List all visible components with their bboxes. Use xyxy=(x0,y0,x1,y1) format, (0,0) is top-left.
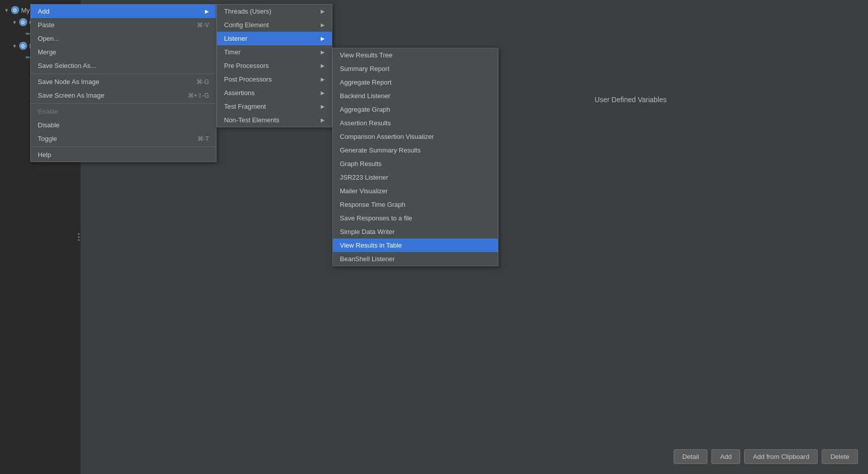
menu-item-help[interactable]: Help xyxy=(31,148,216,162)
menu-merge-label: Merge xyxy=(38,48,56,56)
menu-save-responses-label: Save Responses to a file xyxy=(340,214,412,222)
menu-comparison-assertion-label: Comparison Assertion Visualizer xyxy=(340,133,434,140)
context-menu-level1: Add ▶ Paste ⌘-V Open... Merge Save Selec… xyxy=(30,4,216,162)
menu-beanshell-listener-label: BeanShell Listener xyxy=(340,255,395,263)
menu-item-aggregate-report[interactable]: Aggregate Report xyxy=(333,75,498,89)
menu-mailer-label: Mailer Visualizer xyxy=(340,187,388,195)
menu-item-assertions[interactable]: Assertions ▶ xyxy=(217,86,332,100)
menu-simple-data-writer-label: Simple Data Writer xyxy=(340,228,395,235)
menu-enable-label: Enable xyxy=(38,108,58,115)
menu-jsr223-label: JSR223 Listener xyxy=(340,174,388,181)
menu-item-graph-results[interactable]: Graph Results xyxy=(333,157,498,171)
menu-paste-shortcut: ⌘-V xyxy=(197,22,209,29)
menu-item-save-responses[interactable]: Save Responses to a file xyxy=(333,211,498,225)
menu-item-assertion-results[interactable]: Assertion Results xyxy=(333,116,498,130)
menu-view-results-tree-label: View Results Tree xyxy=(340,51,393,59)
menu-save-screen-label: Save Screen As Image xyxy=(38,92,104,99)
menu-config-label: Config Element xyxy=(224,21,269,29)
menu-item-jsr223[interactable]: JSR223 Listener xyxy=(333,171,498,184)
arrow-right-test-frag: ▶ xyxy=(321,104,325,109)
menu-sep-3 xyxy=(31,146,216,147)
menu-open-label: Open... xyxy=(38,35,59,42)
menu-item-paste[interactable]: Paste ⌘-V xyxy=(31,18,216,32)
menu-save-screen-shortcut: ⌘+⇧-G xyxy=(188,92,209,99)
arrow-right-config: ▶ xyxy=(321,22,325,28)
menu-save-node-shortcut: ⌘-G xyxy=(196,78,209,86)
menu-sep-1 xyxy=(31,73,216,74)
menu-item-comparison-assertion[interactable]: Comparison Assertion Visualizer xyxy=(333,130,498,143)
menu-toggle-shortcut: ⌘-T xyxy=(197,135,209,142)
menu-add-label: Add xyxy=(38,8,49,15)
menu-item-simple-data-writer[interactable]: Simple Data Writer xyxy=(333,225,498,239)
menu-assertion-results-label: Assertion Results xyxy=(340,119,391,127)
context-menu-level2: Threads (Users) ▶ Config Element ▶ Liste… xyxy=(216,4,332,127)
menu-item-config[interactable]: Config Element ▶ xyxy=(217,18,332,32)
menu-item-test-fragment[interactable]: Test Fragment ▶ xyxy=(217,100,332,113)
menu-item-response-time-graph[interactable]: Response Time Graph xyxy=(333,198,498,211)
menu-item-generate-summary[interactable]: Generate Summary Results xyxy=(333,143,498,157)
menu-item-threads[interactable]: Threads (Users) ▶ xyxy=(217,5,332,18)
drag-dot-1 xyxy=(78,233,80,235)
menu-item-mailer[interactable]: Mailer Visualizer xyxy=(333,184,498,198)
menu-item-post-processors[interactable]: Post Processors ▶ xyxy=(217,72,332,86)
menu-paste-label: Paste xyxy=(38,21,54,29)
arrow-icon: ▼ xyxy=(4,8,9,13)
arrow-right-assertions: ▶ xyxy=(321,90,325,96)
gear-icon-post: ⚙ xyxy=(19,42,27,50)
menu-item-save-screen[interactable]: Save Screen As Image ⌘+⇧-G xyxy=(31,89,216,102)
menu-test-frag-label: Test Fragment xyxy=(224,103,266,110)
menu-item-non-test[interactable]: Non-Test Elements ▶ xyxy=(217,113,332,127)
menu-sep-2 xyxy=(31,103,216,104)
menu-response-time-graph-label: Response Time Graph xyxy=(340,201,405,208)
arrow-right-pre-proc: ▶ xyxy=(321,63,325,68)
drag-dot-2 xyxy=(78,236,80,238)
menu-item-summary-report[interactable]: Summary Report xyxy=(333,62,498,75)
menu-item-add[interactable]: Add ▶ xyxy=(31,5,216,18)
menu-non-test-label: Non-Test Elements xyxy=(224,116,279,124)
menu-toggle-label: Toggle xyxy=(38,135,57,142)
menu-item-save-node[interactable]: Save Node As Image ⌘-G xyxy=(31,75,216,89)
menu-item-save-selection[interactable]: Save Selection As... xyxy=(31,59,216,72)
menu-listener-label: Listener xyxy=(224,35,247,42)
menu-timer-label: Timer xyxy=(224,48,241,56)
add-from-clipboard-button[interactable]: Add from Clipboard xyxy=(744,449,818,464)
menu-summary-report-label: Summary Report xyxy=(340,65,389,72)
arrow-icon-post: ▼ xyxy=(12,43,17,49)
gear-icon-get: ⚙ xyxy=(19,18,27,26)
menu-generate-summary-label: Generate Summary Results xyxy=(340,146,420,154)
gear-icon: ⚙ xyxy=(11,6,19,14)
context-menu-level3-listener: View Results Tree Summary Report Aggrega… xyxy=(332,48,498,266)
arrow-right-threads: ▶ xyxy=(321,9,325,14)
arrow-icon-get: ▼ xyxy=(12,20,17,25)
menu-post-proc-label: Post Processors xyxy=(224,75,272,83)
menu-item-timer[interactable]: Timer ▶ xyxy=(217,45,332,59)
menu-item-toggle[interactable]: Toggle ⌘-T xyxy=(31,132,216,145)
menu-save-node-label: Save Node As Image xyxy=(38,78,99,86)
arrow-right-post-proc: ▶ xyxy=(321,76,325,82)
menu-item-backend-listener[interactable]: Backend Listener xyxy=(333,89,498,103)
menu-item-merge[interactable]: Merge xyxy=(31,45,216,59)
arrow-right-add: ▶ xyxy=(205,9,209,14)
arrow-right-timer: ▶ xyxy=(321,49,325,55)
arrow-right-non-test: ▶ xyxy=(321,117,325,123)
arrow-right-listener: ▶ xyxy=(321,36,325,41)
menu-item-beanshell-listener[interactable]: BeanShell Listener xyxy=(333,252,498,266)
menu-item-enable: Enable xyxy=(31,105,216,118)
menu-item-aggregate-graph[interactable]: Aggregate Graph xyxy=(333,103,498,116)
delete-button[interactable]: Delete xyxy=(822,449,858,464)
menu-item-pre-processors[interactable]: Pre Processors ▶ xyxy=(217,59,332,72)
user-defined-variables-label: User Defined Variables xyxy=(595,96,667,104)
menu-item-view-results-tree[interactable]: View Results Tree xyxy=(333,48,498,62)
add-button[interactable]: Add xyxy=(711,449,740,464)
detail-button[interactable]: Detail xyxy=(674,449,707,464)
menu-item-open[interactable]: Open... xyxy=(31,32,216,45)
drag-dot-3 xyxy=(78,240,80,241)
menu-save-sel-label: Save Selection As... xyxy=(38,62,96,69)
menu-help-label: Help xyxy=(38,151,51,159)
menu-backend-listener-label: Backend Listener xyxy=(340,92,390,100)
menu-item-view-results-table[interactable]: View Results in Table xyxy=(333,239,498,252)
menu-disable-label: Disable xyxy=(38,121,59,129)
menu-item-listener[interactable]: Listener ▶ xyxy=(217,32,332,45)
panel-drag-handle[interactable] xyxy=(78,233,80,241)
menu-item-disable[interactable]: Disable xyxy=(31,118,216,132)
